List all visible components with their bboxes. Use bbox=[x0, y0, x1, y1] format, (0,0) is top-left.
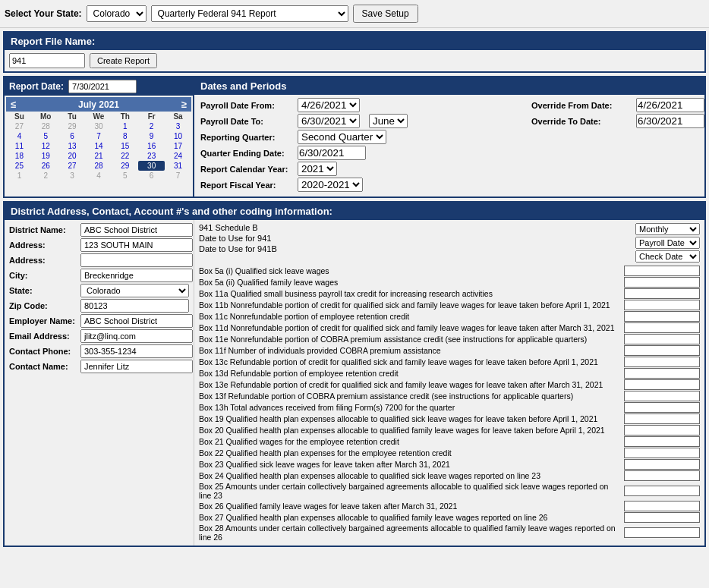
schedule-b-select[interactable]: Monthly Semi-weekly bbox=[635, 223, 700, 235]
calendar-day[interactable]: 20 bbox=[59, 151, 86, 161]
override-from-input[interactable] bbox=[636, 98, 704, 112]
calendar-day[interactable]: 23 bbox=[138, 151, 165, 161]
calendar-day[interactable]: 14 bbox=[86, 141, 112, 151]
calendar-day[interactable]: 13 bbox=[59, 141, 86, 151]
calendar-day[interactable]: 2 bbox=[138, 121, 165, 131]
calendar-day[interactable]: 7 bbox=[165, 171, 191, 181]
calendar-day[interactable]: 26 bbox=[33, 161, 59, 171]
phone-input[interactable] bbox=[80, 344, 193, 358]
box-input[interactable] bbox=[624, 334, 700, 344]
calendar-day[interactable]: 31 bbox=[165, 161, 191, 171]
zip-input[interactable] bbox=[80, 299, 189, 313]
fiscal-year-select[interactable]: 2020-2021 bbox=[298, 178, 363, 192]
calendar-day[interactable]: 18 bbox=[6, 151, 33, 161]
state-select[interactable]: Colorado bbox=[87, 5, 147, 22]
box-input[interactable] bbox=[624, 413, 700, 424]
contact-input[interactable] bbox=[80, 360, 193, 373]
calendar-day[interactable]: 25 bbox=[6, 161, 33, 171]
box-input[interactable] bbox=[624, 322, 700, 333]
box-input[interactable] bbox=[624, 288, 700, 299]
report-file-input[interactable] bbox=[9, 53, 85, 68]
address2-input[interactable] bbox=[80, 253, 193, 267]
email-row: Email Address: bbox=[9, 329, 189, 343]
box-input[interactable] bbox=[624, 459, 700, 470]
calendar-year-select[interactable]: 2021 bbox=[298, 162, 337, 176]
save-setup-button[interactable]: Save Setup bbox=[353, 5, 418, 23]
calendar-day[interactable]: 3 bbox=[59, 171, 86, 181]
box-input[interactable] bbox=[624, 436, 700, 447]
state-field-select[interactable]: Colorado bbox=[80, 284, 189, 297]
report-type-select[interactable]: Quarterly Federal 941 Report bbox=[151, 5, 348, 22]
city-input[interactable] bbox=[80, 269, 193, 282]
box-input[interactable] bbox=[624, 501, 700, 511]
date-941b-label: Date to Use for 941B bbox=[199, 244, 635, 253]
calendar-day[interactable]: 1 bbox=[6, 171, 33, 181]
calendar-day[interactable]: 24 bbox=[165, 151, 191, 161]
payroll-from-select[interactable]: 4/26/2021 bbox=[298, 98, 360, 112]
calendar-day[interactable]: 11 bbox=[6, 141, 33, 151]
calendar-day[interactable]: 17 bbox=[165, 141, 191, 151]
box-input[interactable] bbox=[624, 277, 700, 288]
prev-month-button[interactable]: ≤ bbox=[11, 99, 16, 110]
calendar-day[interactable]: 29 bbox=[59, 121, 86, 131]
calendar-day[interactable]: 7 bbox=[86, 131, 112, 141]
box-input[interactable] bbox=[624, 391, 700, 401]
calendar-day[interactable]: 6 bbox=[59, 131, 86, 141]
box-label: Box 27 Qualified health plan expenses al… bbox=[199, 513, 624, 522]
box-input[interactable] bbox=[624, 311, 700, 322]
calendar-day[interactable]: 8 bbox=[112, 131, 138, 141]
calendar-day[interactable]: 6 bbox=[138, 171, 165, 181]
quarter-ending-input[interactable] bbox=[298, 146, 366, 160]
calendar-day[interactable]: 16 bbox=[138, 141, 165, 151]
calendar-day[interactable]: 21 bbox=[86, 151, 112, 161]
calendar-day[interactable]: 10 bbox=[165, 131, 191, 141]
calendar-day[interactable]: 30 bbox=[138, 161, 165, 171]
reporting-quarter-select[interactable]: Second Quarter bbox=[298, 130, 386, 144]
box-input[interactable] bbox=[624, 345, 700, 356]
box-input[interactable] bbox=[624, 470, 700, 481]
calendar-day[interactable]: 2 bbox=[33, 171, 59, 181]
box-input[interactable] bbox=[624, 402, 700, 413]
box-input[interactable] bbox=[624, 425, 700, 435]
calendar-day[interactable]: 15 bbox=[112, 141, 138, 151]
calendar-day[interactable]: 22 bbox=[112, 151, 138, 161]
district-name-input[interactable] bbox=[80, 223, 193, 237]
calendar-day[interactable]: 4 bbox=[86, 171, 112, 181]
calendar-day[interactable]: 30 bbox=[86, 121, 112, 131]
box-input[interactable] bbox=[624, 379, 700, 390]
report-date-input[interactable] bbox=[68, 80, 137, 93]
calendar-day[interactable]: 12 bbox=[33, 141, 59, 151]
box-input[interactable] bbox=[624, 448, 700, 458]
box-input[interactable] bbox=[624, 300, 700, 310]
date-941b-select[interactable]: Check Date Payroll Date bbox=[635, 250, 700, 263]
box-input[interactable] bbox=[624, 512, 700, 523]
calendar-day[interactable]: 28 bbox=[86, 161, 112, 171]
employer-input[interactable] bbox=[80, 314, 193, 328]
calendar-day[interactable]: 5 bbox=[112, 171, 138, 181]
override-to-input[interactable] bbox=[636, 114, 704, 128]
create-report-button[interactable]: Create Report bbox=[90, 53, 157, 68]
calendar-day[interactable]: 29 bbox=[112, 161, 138, 171]
calendar-day[interactable]: 27 bbox=[6, 121, 33, 131]
box-input[interactable] bbox=[624, 368, 700, 379]
calendar-day[interactable]: 1 bbox=[112, 121, 138, 131]
calendar-day[interactable]: 28 bbox=[33, 121, 59, 131]
box-input[interactable] bbox=[624, 527, 700, 538]
payroll-to-select[interactable]: 6/30/2021 bbox=[298, 114, 360, 128]
payroll-month-select[interactable]: June bbox=[369, 114, 408, 128]
box-input[interactable] bbox=[624, 357, 700, 367]
middle-section: Report Date: ≤ July 2021 ≥ Su Mo Tu We bbox=[3, 76, 706, 198]
calendar-day[interactable]: 27 bbox=[59, 161, 86, 171]
calendar-day[interactable]: 9 bbox=[138, 131, 165, 141]
address1-input[interactable] bbox=[80, 238, 193, 252]
box-input[interactable] bbox=[624, 266, 700, 276]
calendar-day[interactable]: 19 bbox=[33, 151, 59, 161]
calendar-day[interactable]: 4 bbox=[6, 131, 33, 141]
next-month-button[interactable]: ≥ bbox=[181, 99, 187, 110]
box-input[interactable] bbox=[624, 486, 700, 496]
email-input[interactable] bbox=[80, 329, 193, 343]
calendar-day[interactable]: 3 bbox=[165, 121, 191, 131]
calendar-day[interactable]: 5 bbox=[33, 131, 59, 141]
override-from-row: Override From Date: bbox=[531, 98, 698, 112]
date-941-select[interactable]: Payroll Date Check Date bbox=[635, 237, 700, 249]
